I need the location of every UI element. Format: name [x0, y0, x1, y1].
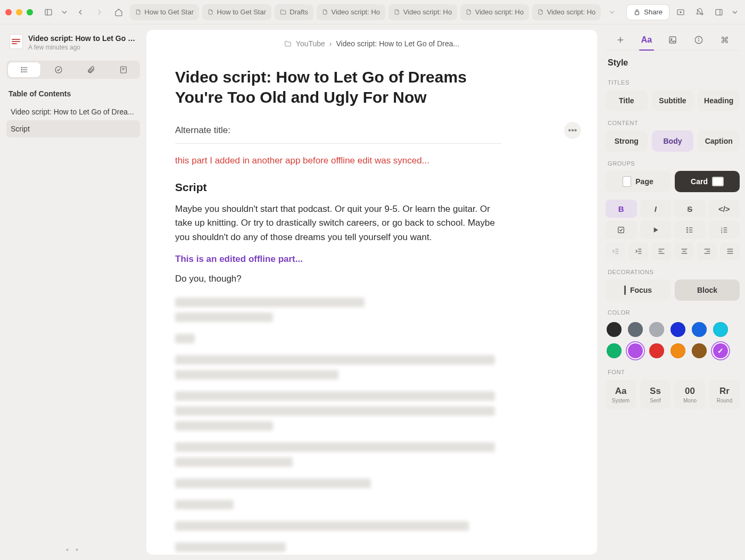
sidebar-stats-tab[interactable] [107, 61, 140, 79]
color-swatch[interactable] [628, 343, 643, 358]
inspector-tab-info[interactable] [687, 30, 710, 50]
play-button[interactable] [673, 4, 689, 20]
align-center-button[interactable] [674, 242, 694, 260]
edited-offline-note[interactable]: This is an edited offline part... [175, 254, 501, 265]
inspector-tab-add[interactable] [609, 30, 632, 50]
numbered-list-button[interactable]: 123 [709, 221, 740, 239]
heading-script[interactable]: Script [175, 181, 501, 194]
inspector-tab-media[interactable] [661, 30, 684, 50]
inspector-tab-style[interactable]: Aa [635, 30, 658, 50]
color-swatch[interactable] [713, 322, 728, 337]
color-swatch[interactable] [692, 322, 707, 337]
tab-label: How to Get Star [217, 8, 266, 16]
sidebar-doc-time: A few minutes ago [28, 44, 137, 51]
redacted-text [175, 442, 495, 452]
chevron-down-icon[interactable] [730, 4, 740, 20]
indent-button[interactable] [628, 242, 648, 260]
color-swatch[interactable] [607, 343, 622, 358]
tab-item[interactable]: How to Get Star [130, 4, 199, 20]
tab-item[interactable]: Video script: Ho [532, 4, 601, 20]
code-button[interactable]: </> [709, 200, 740, 218]
redacted-text [175, 391, 495, 401]
svg-rect-2 [635, 11, 639, 14]
svg-marker-4 [680, 11, 682, 13]
tab-overflow-button[interactable] [604, 4, 620, 20]
sidebar-tasks-tab[interactable] [42, 61, 74, 79]
svg-point-24 [699, 38, 699, 39]
document-thumbnail-icon [10, 34, 23, 49]
close-window-icon[interactable] [5, 9, 12, 15]
color-swatch[interactable] [649, 322, 664, 337]
inspector-tab-shortcuts[interactable]: ⌘ [713, 30, 736, 50]
group-card-button[interactable]: Card [675, 171, 740, 192]
group-page-button[interactable]: Page [606, 171, 670, 192]
sidebar-toggle-button[interactable] [40, 4, 56, 20]
alternate-title-label[interactable]: Alternate title: [175, 125, 230, 136]
decorations-section-label: DECORATIONS [608, 269, 738, 275]
redacted-text [175, 370, 338, 380]
font-option[interactable]: SsSerif [640, 380, 670, 409]
sync-conflict-note[interactable]: this part I added in another app before … [175, 155, 501, 166]
bullet-list-button[interactable] [674, 221, 706, 239]
color-swatches [606, 320, 740, 360]
decoration-block-button[interactable]: Block [675, 279, 740, 301]
title-style-button[interactable]: Heading [698, 90, 740, 111]
italic-button[interactable]: I [640, 200, 672, 218]
align-left-button[interactable] [651, 242, 671, 260]
color-swatch[interactable] [607, 322, 622, 337]
color-swatch[interactable] [649, 343, 664, 358]
content-style-button[interactable]: Strong [606, 130, 648, 152]
home-button[interactable] [111, 4, 127, 20]
content-style-button[interactable]: Body [652, 130, 694, 152]
titles-section-label: TITLES [608, 79, 738, 86]
toc-item[interactable]: Script [6, 120, 140, 137]
sidebar-attachments-tab[interactable] [75, 61, 107, 79]
notifications-button[interactable] [692, 4, 708, 20]
paragraph[interactable]: Maybe you shouldn't start that podcast. … [175, 202, 501, 244]
block-actions-button[interactable]: ••• [564, 122, 581, 139]
toc-item[interactable]: Video script: How to Let Go of Drea... [6, 103, 140, 120]
align-right-button[interactable] [697, 242, 717, 260]
breadcrumb-folder[interactable]: YouTube [296, 39, 325, 48]
bold-button[interactable]: B [606, 200, 637, 218]
play-block-button[interactable] [640, 221, 672, 239]
tab-item[interactable]: How to Get Star [202, 4, 271, 20]
outdent-button[interactable] [606, 242, 625, 260]
font-option[interactable]: AaSystem [606, 380, 636, 409]
content-segmented: StrongBodyCaption [606, 130, 740, 152]
font-option[interactable]: 00Mono [675, 380, 705, 409]
title-style-button[interactable]: Title [606, 90, 648, 111]
color-swatch[interactable] [670, 322, 685, 337]
font-option[interactable]: RrRound [709, 380, 740, 409]
color-swatch[interactable] [628, 322, 643, 337]
svg-point-28 [687, 229, 688, 230]
color-swatch[interactable] [692, 343, 707, 358]
color-swatch[interactable] [670, 343, 685, 358]
strikethrough-button[interactable]: S [674, 200, 706, 218]
checklist-button[interactable] [606, 221, 637, 239]
tab-item[interactable]: Video script: Ho [460, 4, 529, 20]
right-inspector: Aa ⌘ Style TITLES TitleSubtitleHeading C… [600, 24, 745, 560]
color-section-label: COLOR [608, 309, 738, 316]
page-title[interactable]: Video script: How to Let Go of Dreams Yo… [175, 67, 501, 107]
align-justify-button[interactable] [720, 242, 740, 260]
tab-label: Video script: Ho [547, 8, 596, 16]
document-body[interactable]: Video script: How to Let Go of Dreams Yo… [146, 48, 597, 555]
content-style-button[interactable]: Caption [698, 130, 740, 152]
inspector-toggle-button[interactable] [711, 4, 727, 20]
forward-button[interactable] [92, 4, 107, 20]
tab-item[interactable]: Video script: Ho [317, 4, 385, 20]
maximize-window-icon[interactable] [27, 9, 33, 15]
title-style-button[interactable]: Subtitle [652, 90, 694, 111]
chevron-down-icon[interactable] [60, 4, 69, 20]
tab-item[interactable]: Video script: Ho [388, 4, 457, 20]
tab-item[interactable]: Drafts [275, 4, 313, 20]
paragraph[interactable]: Do you, though? [175, 272, 501, 286]
back-button[interactable] [72, 4, 88, 20]
sidebar-toc-tab[interactable] [8, 62, 40, 77]
color-swatch[interactable] [713, 343, 728, 358]
tab-label: Drafts [289, 8, 308, 16]
decoration-focus-button[interactable]: Focus [606, 279, 670, 301]
share-button[interactable]: Share [626, 4, 669, 20]
minimize-window-icon[interactable] [16, 9, 22, 15]
